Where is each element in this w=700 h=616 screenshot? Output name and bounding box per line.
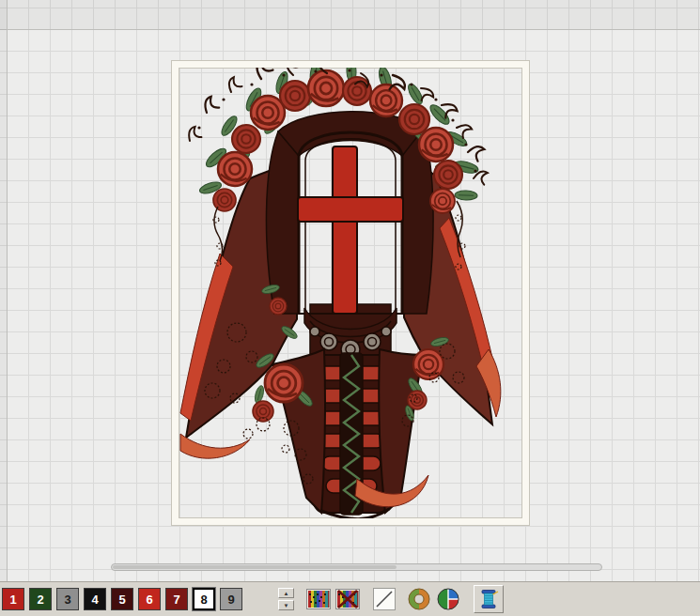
thread-palette: 1 2 3 4 5 6 7 8 9 [2,588,242,610]
thread-swatch-number: 1 [9,593,16,607]
thread-swatch-number: 2 [37,593,43,607]
thread-swatch-2[interactable]: 2 [29,588,52,610]
thread-swatch-5[interactable]: 5 [111,588,133,610]
toolbar-buttons [305,585,504,613]
scrollbar-thumb[interactable] [113,565,397,569]
down-arrow-icon: ▼ [284,603,289,608]
thread-chart-icon[interactable] [305,586,332,612]
palette-scroll-down-button[interactable]: ▼ [278,600,294,610]
diagonal-stitch-icon[interactable] [371,586,397,612]
horizontal-scrollbar[interactable] [111,563,602,571]
donut-ring-icon[interactable] [406,586,432,612]
thread-swatch-4[interactable]: 4 [84,588,106,610]
canvas-left-margin [0,0,8,582]
palette-spinner: ▲ ▼ [278,588,294,610]
thread-swatch-8[interactable]: 8 [193,588,215,610]
thread-swatch-1[interactable]: 1 [2,588,24,610]
thread-toolbar: 1 2 3 4 5 6 7 8 9 ▲ ▼ [0,581,700,616]
thread-swatch-number: 9 [227,593,234,607]
thread-swatch-number: 3 [64,593,70,607]
diagonal-stitch-glyph [373,588,396,610]
thread-swatch-number: 7 [173,593,179,607]
thread-swatch-number: 6 [146,593,152,607]
thread-swatch-number: 8 [200,593,207,607]
thread-chart-delete-icon[interactable] [334,586,361,612]
thread-spool-glyph [478,589,499,609]
thread-spool-icon[interactable] [474,585,504,613]
palette-scroll-up-button[interactable]: ▲ [278,588,294,598]
thread-swatch-7[interactable]: 7 [165,588,188,610]
thread-chart-delete-glyph [335,587,360,611]
canvas-top-margin [0,0,700,30]
embroidery-design[interactable] [179,68,522,518]
thread-chart-glyph [306,587,331,611]
thread-swatch-number: 5 [118,593,125,607]
thread-swatch-9[interactable]: 9 [220,588,242,610]
color-sphere-glyph [436,587,460,611]
thread-swatch-6[interactable]: 6 [138,588,161,610]
color-sphere-icon[interactable] [435,586,461,612]
thread-swatch-3[interactable]: 3 [56,588,79,610]
donut-ring-glyph [407,587,431,611]
thread-swatch-number: 4 [91,593,98,607]
design-canvas[interactable] [0,0,700,582]
up-arrow-icon: ▲ [284,591,289,596]
hoop-frame [172,61,529,525]
